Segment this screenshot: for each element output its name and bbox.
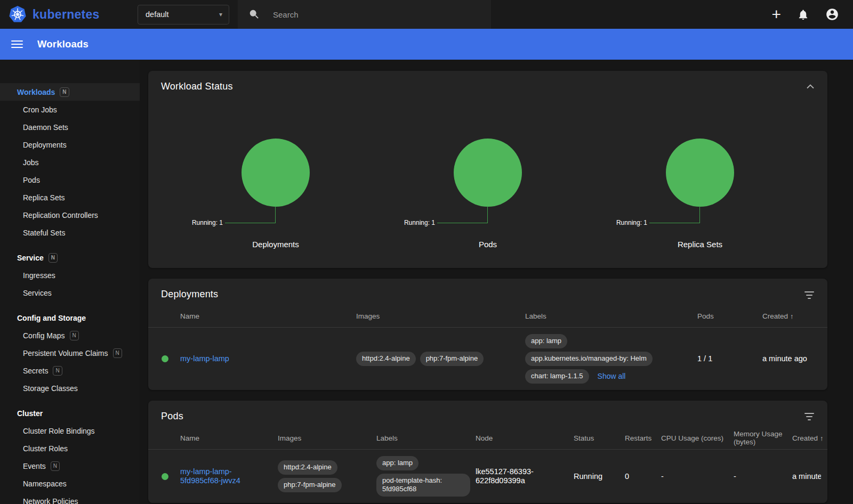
- workload-status-charts: Running: 1 Deployments Running: 1 Pods: [148, 97, 827, 268]
- sidebar-item-cluster-role-bindings[interactable]: Cluster Role Bindings: [0, 422, 140, 440]
- image-chip: httpd:2.4-alpine: [278, 460, 337, 475]
- pod-cpu-usage: -: [661, 472, 734, 481]
- workload-status-card: Workload Status Running: 1 Deployments: [148, 71, 827, 268]
- running-pie: [242, 139, 310, 207]
- legend-connector: [649, 206, 700, 223]
- column-header-labels: Labels: [376, 434, 476, 442]
- sidebar-item-cluster-roles[interactable]: Cluster Roles: [0, 440, 140, 457]
- workload-chart-deployments: Running: 1 Deployments: [170, 139, 382, 249]
- sidebar-item-label: Services: [23, 289, 52, 297]
- main-content: Workload Status Running: 1 Deployments: [140, 60, 853, 504]
- pods-card: Pods Name Images Labels Node Status Rest…: [148, 401, 827, 503]
- sidebar-item-label: Events: [23, 462, 46, 470]
- node-name: lke55127-86393-622f8d09399a: [476, 467, 574, 486]
- sidebar-item-namespaces[interactable]: Namespaces: [0, 475, 140, 492]
- namespaced-badge: N: [51, 461, 60, 471]
- workload-chart-pods: Running: 1 Pods: [382, 139, 594, 249]
- sidebar-item-network-policies[interactable]: Network Policies: [0, 492, 140, 504]
- sidebar-item-label: Ingresses: [23, 271, 55, 280]
- namespaced-badge: N: [113, 348, 122, 358]
- column-header-created[interactable]: Created↑: [792, 434, 829, 442]
- deployment-name-link[interactable]: my-lamp-lamp: [180, 354, 229, 363]
- search-input[interactable]: [273, 10, 480, 19]
- sidebar-item-jobs[interactable]: Jobs: [0, 153, 140, 171]
- column-header-pods: Pods: [697, 312, 762, 320]
- image-chip: php:7-fpm-alpine: [278, 478, 342, 492]
- sidebar-item-storage-classes[interactable]: Storage Classes: [0, 379, 140, 397]
- namespaced-badge: N: [70, 331, 79, 340]
- column-header-node: Node: [476, 434, 574, 442]
- column-header-restarts: Restarts: [625, 434, 661, 442]
- sidebar-item-cron-jobs[interactable]: Cron Jobs: [0, 101, 140, 118]
- sidebar-item-label: Cluster Roles: [23, 444, 68, 453]
- sidebar-item-pods[interactable]: Pods: [0, 171, 140, 189]
- column-header-created[interactable]: Created↑: [762, 312, 821, 320]
- menu-icon[interactable]: [11, 40, 23, 48]
- sidebar-item-deployments[interactable]: Deployments: [0, 136, 140, 153]
- collapse-chevron-up-icon[interactable]: [806, 84, 815, 89]
- sidebar-item-label: Replication Controllers: [23, 211, 98, 220]
- sidebar-item-label: Deployments: [23, 141, 67, 149]
- chart-title: Deployments: [252, 240, 299, 249]
- filter-icon[interactable]: [804, 290, 815, 299]
- column-header-images: Images: [278, 434, 376, 442]
- legend-label: Running: 1: [616, 219, 647, 226]
- sidebar-item-services[interactable]: Services: [0, 284, 140, 302]
- sidebar-item-ingresses[interactable]: Ingresses: [0, 266, 140, 284]
- sidebar-item-events[interactable]: Events N: [0, 457, 140, 475]
- sort-asc-icon: ↑: [790, 312, 794, 320]
- topbar-actions: +: [771, 6, 844, 22]
- pod-restarts: 0: [625, 472, 661, 481]
- account-icon[interactable]: [825, 7, 839, 21]
- card-title: Workload Status: [161, 81, 233, 92]
- pod-name-link[interactable]: my-lamp-lamp-5fd985cf68-jwvz4: [180, 467, 272, 485]
- sidebar-item-config-maps[interactable]: Config Maps N: [0, 327, 140, 344]
- sidebar-item-service[interactable]: Service N: [0, 249, 140, 266]
- sidebar-item-replica-sets[interactable]: Replica Sets: [0, 189, 140, 206]
- search-bar[interactable]: [238, 0, 491, 29]
- filter-icon[interactable]: [804, 412, 815, 420]
- deployments-table-header: Name Images Labels Pods Created↑: [148, 305, 827, 328]
- topbar: kubernetes default ▾ +: [0, 0, 853, 29]
- sidebar-item-config-and-storage[interactable]: Config and Storage: [0, 309, 140, 327]
- kubernetes-brand[interactable]: kubernetes: [9, 5, 138, 23]
- chart-title: Pods: [479, 240, 497, 249]
- namespace-selector[interactable]: default ▾: [138, 5, 229, 25]
- sidebar-item-label: Persistent Volume Claims: [23, 349, 108, 357]
- sidebar-item-stateful-sets[interactable]: Stateful Sets: [0, 224, 140, 241]
- sidebar-item-label: Network Policies: [23, 497, 78, 504]
- workload-chart-replica-sets: Running: 1 Replica Sets: [594, 139, 806, 249]
- label-chip: chart: lamp-1.1.5: [525, 369, 589, 384]
- sidebar-item-workloads[interactable]: Workloads N: [0, 83, 140, 101]
- sidebar-item-label: Jobs: [23, 158, 39, 167]
- legend-connector: [437, 206, 488, 223]
- column-header-memory: Memory Usage (bytes): [734, 430, 792, 446]
- label-chip: pod-template-hash: 5fd985cf68: [376, 474, 470, 497]
- sidebar-item-label: Namespaces: [23, 479, 67, 488]
- sidebar-item-secrets[interactable]: Secrets N: [0, 362, 140, 379]
- created-time: a minute ago: [762, 354, 807, 363]
- column-header-images: Images: [356, 312, 525, 320]
- sidebar-item-replication-controllers[interactable]: Replication Controllers: [0, 206, 140, 224]
- card-title: Deployments: [161, 289, 218, 300]
- column-header-status-text: Status: [574, 434, 625, 442]
- label-chip: app.kubernetes.io/managed-by: Helm: [525, 352, 653, 366]
- notifications-bell-icon[interactable]: [797, 9, 809, 21]
- sidebar-item-label: Config and Storage: [17, 314, 86, 322]
- running-pie: [666, 139, 734, 207]
- chart-title: Replica Sets: [678, 240, 722, 249]
- deployment-row: my-lamp-lamp httpd:2.4-alpine php:7-fpm-…: [148, 328, 827, 390]
- namespaced-badge: N: [49, 253, 58, 263]
- label-chip: app: lamp: [525, 334, 567, 348]
- pods-table-header: Name Images Labels Node Status Restarts …: [148, 427, 827, 450]
- sidebar-item-label: Secrets: [23, 367, 48, 375]
- sidebar-item-label: Cluster: [17, 409, 43, 418]
- sidebar: Workloads N Cron Jobs Daemon Sets Deploy…: [0, 60, 140, 504]
- column-header-name[interactable]: Name: [180, 434, 278, 442]
- sidebar-item-daemon-sets[interactable]: Daemon Sets: [0, 118, 140, 136]
- sidebar-item-persistent-volume-claims[interactable]: Persistent Volume Claims N: [0, 344, 140, 362]
- create-resource-icon[interactable]: +: [771, 6, 781, 22]
- sidebar-item-cluster[interactable]: Cluster: [0, 404, 140, 422]
- show-all-link[interactable]: Show all: [598, 372, 626, 380]
- column-header-name[interactable]: Name: [180, 312, 356, 320]
